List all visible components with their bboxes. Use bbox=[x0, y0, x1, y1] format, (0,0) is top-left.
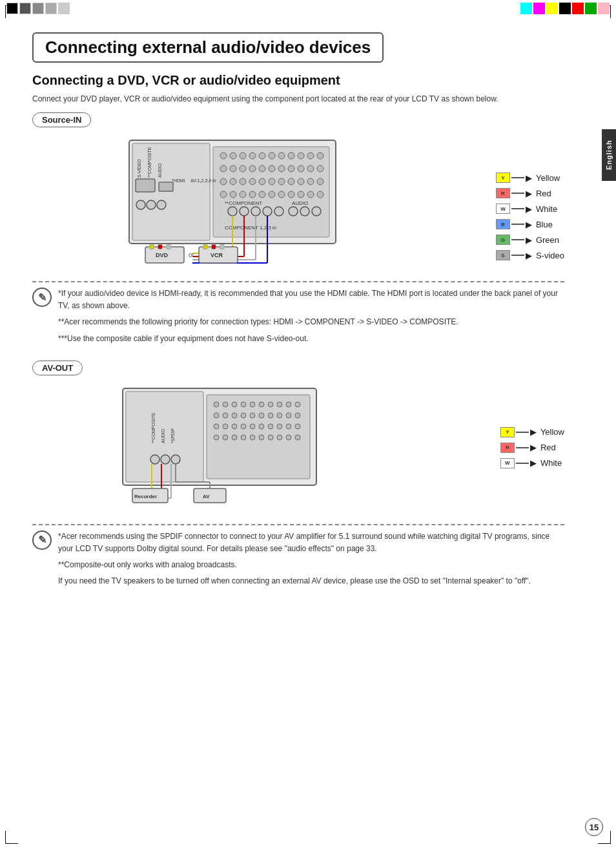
legend-white-connector: W ▶ bbox=[496, 204, 532, 214]
note-section-source-in: ✎ *If your audio/video device is HDMI-re… bbox=[32, 281, 564, 345]
svg-point-96 bbox=[277, 402, 282, 407]
print-marks-left bbox=[6, 3, 70, 14]
svg-point-125 bbox=[268, 435, 273, 440]
svg-point-46 bbox=[228, 207, 237, 216]
source-in-diagram: **COMPONENT AUDIO COMPONENT 1,2,3 in S-V… bbox=[32, 134, 564, 276]
print-marks bbox=[0, 0, 616, 26]
svg-point-95 bbox=[268, 402, 273, 407]
svg-text:*HDMI: *HDMI bbox=[172, 178, 185, 183]
legend-red-box: R bbox=[496, 188, 510, 198]
legend-white-box: W bbox=[496, 204, 510, 214]
svg-point-2 bbox=[220, 152, 227, 159]
svg-point-7 bbox=[269, 152, 275, 159]
legend-yellow-connector: Y ▶ bbox=[496, 173, 532, 183]
source-in-label: Source-IN bbox=[32, 112, 91, 127]
legend-blue: B ▶ Blue bbox=[496, 219, 564, 229]
description-text: Connect your DVD player, VCR or audio/vi… bbox=[32, 93, 564, 105]
svg-point-15 bbox=[240, 165, 246, 172]
legend-av-yellow-line bbox=[516, 432, 529, 433]
svg-text:AUDIO: AUDIO bbox=[158, 163, 162, 178]
source-in-svg: **COMPONENT AUDIO COMPONENT 1,2,3 in S-V… bbox=[32, 134, 413, 276]
legend-red-label: Red bbox=[536, 189, 551, 198]
svg-point-6 bbox=[259, 152, 265, 159]
legend-av-red-line bbox=[516, 447, 529, 448]
svg-point-12 bbox=[317, 152, 323, 159]
legend-red: R ▶ Red bbox=[496, 188, 564, 198]
svg-point-92 bbox=[241, 402, 246, 407]
svg-point-98 bbox=[295, 402, 300, 407]
svg-point-30 bbox=[278, 178, 285, 185]
legend-yellow-arrow: ▶ bbox=[526, 173, 532, 183]
note2-source-in: **Acer recommends the following priority… bbox=[58, 316, 564, 328]
legend-blue-connector: B ▶ bbox=[496, 219, 532, 229]
print-marks-right bbox=[520, 3, 610, 14]
svg-point-119 bbox=[214, 435, 219, 440]
svg-text:**COMPOSITE: **COMPOSITE bbox=[151, 412, 156, 443]
svg-point-128 bbox=[295, 435, 300, 440]
legend-white-line bbox=[511, 208, 524, 209]
note3-av-out: If you need the TV speakers to be turned… bbox=[58, 575, 564, 587]
svg-point-116 bbox=[277, 424, 282, 429]
svg-point-89 bbox=[214, 402, 219, 407]
svg-point-133 bbox=[150, 455, 159, 464]
svg-point-123 bbox=[250, 435, 255, 440]
svg-point-29 bbox=[269, 178, 275, 185]
legend-svideo-label: S-video bbox=[536, 251, 564, 260]
svg-point-111 bbox=[232, 424, 237, 429]
svg-point-115 bbox=[268, 424, 273, 429]
page-number: 15 bbox=[585, 818, 603, 836]
svg-point-103 bbox=[250, 413, 255, 418]
svg-point-35 bbox=[220, 191, 227, 198]
legend-svideo: S ▶ S-video bbox=[496, 250, 564, 260]
sidebar-english-label: English bbox=[602, 129, 616, 181]
svg-point-102 bbox=[241, 413, 246, 418]
svg-point-67 bbox=[157, 200, 166, 209]
svg-point-38 bbox=[249, 191, 256, 198]
legend-svideo-connector: S ▶ bbox=[496, 250, 532, 260]
svg-point-40 bbox=[269, 191, 275, 198]
svg-point-19 bbox=[278, 165, 285, 172]
svg-point-105 bbox=[268, 413, 273, 418]
svg-point-31 bbox=[288, 178, 294, 185]
svg-text:or: or bbox=[189, 251, 195, 258]
svg-point-101 bbox=[232, 413, 237, 418]
note-icon-av-out: ✎ bbox=[32, 530, 52, 550]
legend-av-white: W ▶ White bbox=[500, 458, 564, 468]
svg-point-50 bbox=[274, 207, 283, 216]
legend-av-white-arrow: ▶ bbox=[530, 458, 537, 468]
legend-av-white-box: W bbox=[500, 458, 515, 468]
svg-point-4 bbox=[240, 152, 246, 159]
note-text-av-out: *Acer recommends using the SPDIF connect… bbox=[58, 530, 564, 588]
svg-point-9 bbox=[288, 152, 294, 159]
legend-yellow-line bbox=[511, 177, 524, 178]
svg-point-85 bbox=[211, 244, 216, 249]
av-out-label: AV-OUT bbox=[32, 361, 83, 375]
legend-av-white-connector: W ▶ bbox=[500, 458, 537, 468]
svg-point-52 bbox=[300, 207, 309, 216]
legend-av-red-arrow: ▶ bbox=[530, 443, 537, 452]
legend-av-white-label: White bbox=[540, 458, 562, 468]
legend-svideo-arrow: ▶ bbox=[526, 251, 532, 260]
svg-point-20 bbox=[288, 165, 294, 172]
svg-point-84 bbox=[203, 244, 208, 249]
svg-text:S-VIDEO: S-VIDEO bbox=[137, 159, 141, 178]
legend-white: W ▶ White bbox=[496, 204, 564, 214]
note2-av-out: **Composite-out only works with analog b… bbox=[58, 559, 564, 571]
legend-av-yellow-label: Yellow bbox=[540, 427, 564, 437]
svg-point-24 bbox=[220, 178, 227, 185]
svg-point-106 bbox=[277, 413, 282, 418]
legend-av-red-box: R bbox=[500, 443, 515, 453]
svg-point-118 bbox=[295, 424, 300, 429]
svg-point-99 bbox=[214, 413, 219, 418]
svg-point-126 bbox=[277, 435, 282, 440]
svg-point-65 bbox=[136, 200, 145, 209]
svg-rect-88 bbox=[207, 395, 310, 479]
page-title-box: Connecting external audio/video devices bbox=[32, 32, 384, 63]
note3-source-in: ***Use the composite cable if your equip… bbox=[58, 333, 564, 345]
svg-text:Recorder: Recorder bbox=[134, 494, 157, 499]
legend-green: G ▶ Green bbox=[496, 235, 564, 245]
svg-point-127 bbox=[286, 435, 291, 440]
svg-point-109 bbox=[214, 424, 219, 429]
legend-av-yellow-connector: Y ▶ bbox=[500, 427, 537, 437]
svg-point-120 bbox=[223, 435, 228, 440]
